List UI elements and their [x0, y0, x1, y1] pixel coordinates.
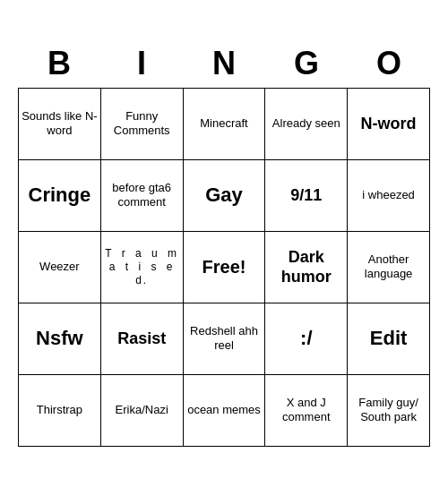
bingo-card: BINGO Sounds like N-wordFunny CommentsMi… — [9, 32, 439, 456]
bingo-cell-2: Minecraft — [184, 89, 266, 160]
header-letter-I: I — [100, 41, 183, 88]
bingo-grid: Sounds like N-wordFunny CommentsMinecraf… — [18, 88, 430, 447]
bingo-cell-5: Cringe — [19, 160, 101, 232]
bingo-cell-0: Sounds like N-word — [19, 89, 101, 160]
bingo-cell-15: Nsfw — [19, 303, 101, 375]
bingo-cell-9: i wheezed — [348, 160, 430, 232]
header-letter-G: G — [265, 41, 348, 88]
header-letter-O: O — [348, 41, 430, 88]
bingo-cell-24: Family guy/ South park — [348, 375, 430, 447]
bingo-cell-18: :/ — [265, 303, 348, 375]
bingo-cell-21: Erika/Nazi — [101, 375, 184, 447]
bingo-cell-23: X and J comment — [265, 375, 348, 447]
bingo-cell-12: Free! — [184, 232, 266, 303]
bingo-cell-10: Weezer — [19, 232, 101, 303]
bingo-cell-14: Another language — [348, 232, 430, 303]
bingo-cell-1: Funny Comments — [101, 89, 184, 160]
bingo-cell-19: Edit — [348, 303, 430, 375]
bingo-cell-16: Rasist — [101, 303, 184, 375]
bingo-cell-11: T r a u m a t i s e d. — [101, 232, 184, 303]
header-letter-B: B — [18, 41, 100, 88]
bingo-cell-20: Thirstrap — [19, 375, 101, 447]
bingo-cell-6: before gta6 comment — [101, 160, 184, 232]
header-letter-N: N — [183, 41, 265, 88]
bingo-cell-13: Dark humor — [265, 232, 348, 303]
bingo-header: BINGO — [18, 41, 430, 88]
bingo-cell-7: Gay — [184, 160, 266, 232]
bingo-cell-3: Already seen — [265, 89, 348, 160]
bingo-cell-8: 9/11 — [265, 160, 348, 232]
bingo-cell-17: Redshell ahh reel — [184, 303, 266, 375]
bingo-cell-4: N-word — [348, 89, 430, 160]
bingo-cell-22: ocean memes — [184, 375, 266, 447]
